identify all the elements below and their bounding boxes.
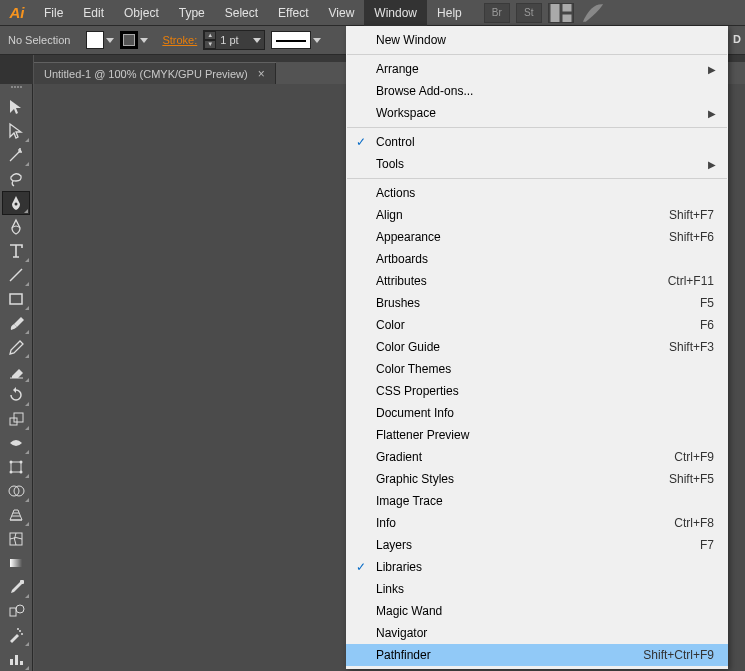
menu-file[interactable]: File	[34, 0, 73, 26]
variable-width-profile[interactable]	[271, 31, 321, 49]
menu-item-color-guide[interactable]: Color GuideShift+F3	[346, 336, 728, 358]
stroke-swatch[interactable]	[120, 31, 148, 49]
scale-icon	[7, 410, 25, 428]
menu-item-workspace[interactable]: Workspace▶	[346, 102, 728, 124]
tool-free-transform[interactable]	[2, 455, 30, 479]
menu-item-label: Attributes	[376, 274, 668, 288]
flyout-corner-icon	[25, 162, 29, 166]
tool-shape-builder[interactable]	[2, 479, 30, 503]
feather-icon	[580, 0, 606, 26]
flyout-corner-icon	[25, 138, 29, 142]
menu-item-color[interactable]: ColorF6	[346, 314, 728, 336]
menu-separator	[347, 178, 727, 179]
menu-separator	[347, 127, 727, 128]
tool-paintbrush[interactable]	[2, 311, 30, 335]
flyout-corner-icon	[25, 450, 29, 454]
menu-item-links[interactable]: Links	[346, 578, 728, 600]
tool-eraser[interactable]	[2, 359, 30, 383]
svg-rect-26	[15, 655, 18, 665]
tool-eyedropper[interactable]	[2, 575, 30, 599]
menu-item-gradient[interactable]: GradientCtrl+F9	[346, 446, 728, 468]
menu-item-artboards[interactable]: Artboards	[346, 248, 728, 270]
bridge-button[interactable]: Br	[484, 3, 510, 23]
menu-type[interactable]: Type	[169, 0, 215, 26]
menu-edit[interactable]: Edit	[73, 0, 114, 26]
menu-item-new-window[interactable]: New Window	[346, 29, 728, 51]
gpu-button[interactable]	[580, 3, 606, 23]
menu-item-graphic-styles[interactable]: Graphic StylesShift+F5	[346, 468, 728, 490]
menu-item-document-info[interactable]: Document Info	[346, 402, 728, 424]
spin-down-icon[interactable]: ▼	[204, 40, 216, 49]
tool-magic-wand[interactable]	[2, 143, 30, 167]
menu-item-navigator[interactable]: Navigator	[346, 622, 728, 644]
arrange-docs-button[interactable]	[548, 3, 574, 23]
flyout-corner-icon	[25, 402, 29, 406]
lasso-icon	[7, 170, 25, 188]
dropdown-icon[interactable]	[253, 38, 261, 43]
right-panel-fragment: D	[733, 33, 741, 45]
menu-item-info[interactable]: InfoCtrl+F8	[346, 512, 728, 534]
magic-wand-icon	[7, 146, 25, 164]
close-icon[interactable]: ×	[258, 67, 265, 81]
menu-item-pathfinder[interactable]: PathfinderShift+Ctrl+F9	[346, 644, 728, 666]
panel-grip[interactable]	[2, 86, 30, 91]
fill-color-icon	[86, 31, 104, 49]
tool-pencil[interactable]	[2, 335, 30, 359]
menu-effect[interactable]: Effect	[268, 0, 318, 26]
tool-direct-selection[interactable]	[2, 119, 30, 143]
menu-help[interactable]: Help	[427, 0, 472, 26]
menu-view[interactable]: View	[319, 0, 365, 26]
stroke-label[interactable]: Stroke:	[162, 34, 197, 46]
menu-item-css-properties[interactable]: CSS Properties	[346, 380, 728, 402]
menu-item-magic-wand[interactable]: Magic Wand	[346, 600, 728, 622]
tool-rotate[interactable]	[2, 383, 30, 407]
menu-item-layers[interactable]: LayersF7	[346, 534, 728, 556]
document-tab[interactable]: Untitled-1 @ 100% (CMYK/GPU Preview) ×	[34, 63, 276, 85]
menu-item-color-themes[interactable]: Color Themes	[346, 358, 728, 380]
menu-item-label: Gradient	[376, 450, 674, 464]
tool-perspective[interactable]	[2, 503, 30, 527]
tool-rectangle[interactable]	[2, 287, 30, 311]
tool-pen[interactable]	[2, 191, 30, 215]
menu-window[interactable]: Window	[364, 0, 427, 26]
menu-item-image-trace[interactable]: Image Trace	[346, 490, 728, 512]
menu-item-tools[interactable]: Tools▶	[346, 153, 728, 175]
submenu-arrow-icon: ▶	[708, 159, 716, 170]
menu-object[interactable]: Object	[114, 0, 169, 26]
menu-item-browse-add-ons[interactable]: Browse Add-ons...	[346, 80, 728, 102]
tool-gradient[interactable]	[2, 551, 30, 575]
menu-item-appearance[interactable]: AppearanceShift+F6	[346, 226, 728, 248]
spin-up-icon[interactable]: ▲	[204, 31, 216, 40]
menu-item-flattener-preview[interactable]: Flattener Preview	[346, 424, 728, 446]
tool-scale[interactable]	[2, 407, 30, 431]
menu-item-brushes[interactable]: BrushesF5	[346, 292, 728, 314]
pen-icon	[7, 194, 25, 212]
menu-item-actions[interactable]: Actions	[346, 182, 728, 204]
tool-curvature[interactable]	[2, 215, 30, 239]
flyout-corner-icon	[25, 330, 29, 334]
svg-rect-27	[20, 661, 23, 665]
svg-point-22	[19, 630, 21, 632]
stroke-weight-input[interactable]: ▲▼ 1 pt	[203, 30, 265, 50]
tool-lasso[interactable]	[2, 167, 30, 191]
menu-item-align[interactable]: AlignShift+F7	[346, 204, 728, 226]
menu-item-label: Brushes	[376, 296, 700, 310]
tool-line[interactable]	[2, 263, 30, 287]
fill-swatch[interactable]	[86, 31, 114, 49]
menu-item-arrange[interactable]: Arrange▶	[346, 58, 728, 80]
stock-button[interactable]: St	[516, 3, 542, 23]
tool-type[interactable]	[2, 239, 30, 263]
tool-blend[interactable]	[2, 599, 30, 623]
tool-width[interactable]	[2, 431, 30, 455]
menu-item-control[interactable]: ✓Control	[346, 131, 728, 153]
tool-column-graph[interactable]	[2, 647, 30, 671]
menu-select[interactable]: Select	[215, 0, 268, 26]
menu-item-attributes[interactable]: AttributesCtrl+F11	[346, 270, 728, 292]
menu-item-label: Align	[376, 208, 669, 222]
submenu-arrow-icon: ▶	[708, 108, 716, 119]
tool-mesh[interactable]	[2, 527, 30, 551]
tool-symbol-sprayer[interactable]	[2, 623, 30, 647]
svg-rect-25	[10, 659, 13, 665]
tool-selection[interactable]	[2, 95, 30, 119]
menu-item-libraries[interactable]: ✓Libraries	[346, 556, 728, 578]
